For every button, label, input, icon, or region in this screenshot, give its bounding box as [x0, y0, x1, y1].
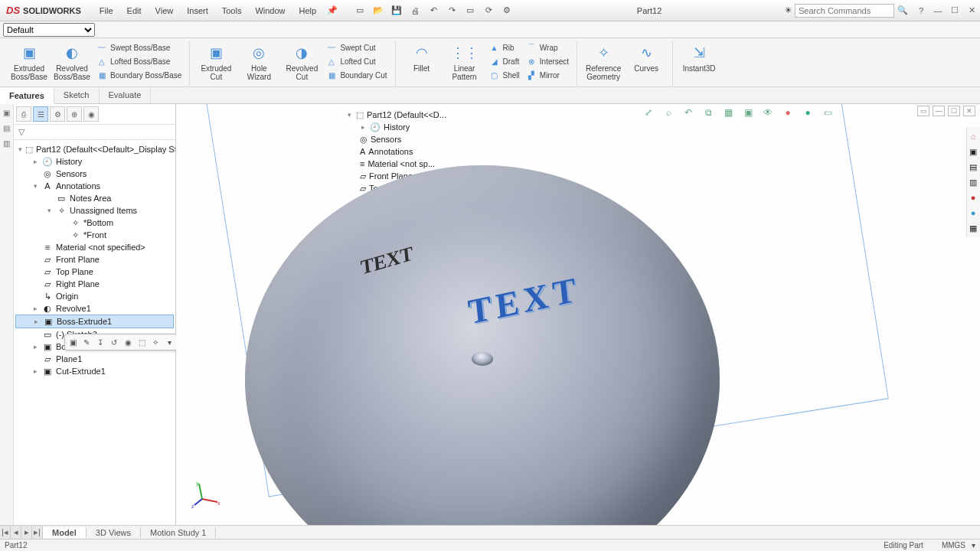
revolved-cut-button[interactable]: ◑Revolved Cut: [280, 41, 323, 83]
search-magnifier-icon[interactable]: 🔍: [897, 5, 908, 15]
fillet-button[interactable]: ◠Fillet: [400, 41, 443, 74]
ctx-icon-7[interactable]: ✧: [149, 336, 162, 348]
tab-sketch[interactable]: Sketch: [54, 87, 100, 103]
tree-root[interactable]: ▾⬚Part12 (Default<<Default>_Display St: [15, 143, 174, 155]
main-area: ▣ ▤ ▥ ⎙ ☰ ⚙ ⊕ ◉ ▽ ▾⬚Part12 (Default<<Def…: [0, 104, 980, 525]
draft-button[interactable]: ◢Draft: [486, 55, 523, 67]
fm-dimxpert-icon[interactable]: ⊕: [67, 106, 82, 122]
lofted-cut-button[interactable]: △Lofted Cut: [323, 55, 390, 67]
tree-notes-area[interactable]: ▭Notes Area: [15, 192, 174, 204]
boundary-cut-icon: ▦: [326, 70, 337, 80]
taskpane-icon-2[interactable]: ▤: [2, 122, 12, 133]
help-icon[interactable]: ?: [913, 6, 929, 15]
ctx-icon-5[interactable]: ◉: [122, 336, 134, 348]
lofted-boss-button[interactable]: △Lofted Boss/Base: [93, 55, 185, 67]
save-icon[interactable]: 💾: [390, 4, 403, 18]
pin-icon[interactable]: 📌: [322, 5, 342, 15]
command-tabs: Features Sketch Evaluate: [0, 87, 980, 104]
status-units[interactable]: MMGS: [942, 541, 965, 549]
tree-top-plane[interactable]: ▱Top Plane: [15, 266, 174, 278]
mirror-label: Mirror: [540, 71, 560, 80]
options-icon[interactable]: ⚙: [500, 4, 514, 18]
redo-icon[interactable]: ↷: [445, 4, 459, 18]
undo-icon[interactable]: ↶: [426, 4, 440, 18]
tab-nav-next[interactable]: ▸: [21, 526, 32, 539]
ctx-icon-3[interactable]: ↧: [94, 336, 106, 348]
maximize-icon[interactable]: ☐: [946, 5, 963, 15]
tab-features[interactable]: Features: [0, 88, 54, 104]
tab-3d-views[interactable]: 3D Views: [87, 527, 141, 538]
print-icon[interactable]: 🖨: [408, 4, 422, 18]
curves-button[interactable]: ∿Curves: [625, 41, 668, 74]
search-input[interactable]: [795, 4, 894, 18]
menu-insert[interactable]: Insert: [181, 3, 214, 18]
menu-edit[interactable]: Edit: [121, 3, 148, 18]
tree-cut-extrude1[interactable]: ▸▣Cut-Extrude1: [15, 365, 174, 377]
tab-model[interactable]: Model: [43, 527, 87, 538]
intersect-button[interactable]: ⊗Intersect: [523, 55, 572, 67]
mirror-button[interactable]: ▞Mirror: [523, 69, 572, 81]
wrap-button[interactable]: ⌒Wrap: [523, 41, 572, 54]
tab-evaluate[interactable]: Evaluate: [100, 87, 152, 103]
rebuild-icon[interactable]: ⟳: [482, 4, 495, 18]
fm-property-icon[interactable]: ☰: [33, 106, 48, 122]
linear-pattern-button[interactable]: ⋮⋮Linear Pattern: [443, 41, 486, 83]
ctx-icon-8[interactable]: ▾: [163, 336, 175, 348]
search-star-icon[interactable]: ✳: [785, 5, 792, 15]
tree-right-plane[interactable]: ▱Right Plane: [15, 278, 174, 290]
fm-config-icon[interactable]: ⚙: [50, 106, 65, 122]
menu-tools[interactable]: Tools: [216, 3, 248, 18]
menu-file[interactable]: File: [93, 3, 119, 18]
graphics-viewport[interactable]: ⤢ ⌕ ↶ ⧉ ▦ ▣ 👁 ● ● ▭ ▭ — ☐ ✕ ⌂ ▣ ▤ ▥ ● ● …: [176, 104, 980, 525]
menu-window[interactable]: Window: [249, 3, 291, 18]
extruded-cut-button[interactable]: ▣Extruded Cut: [194, 41, 237, 83]
status-dropdown-icon[interactable]: ▾: [972, 541, 975, 549]
feature-tree[interactable]: ▾⬚Part12 (Default<<Default>_Display St ▸…: [14, 140, 175, 525]
tree-history[interactable]: ▸🕘History: [15, 155, 174, 168]
minimize-icon[interactable]: —: [929, 6, 946, 15]
rib-button[interactable]: ▲Rib: [486, 41, 523, 54]
ctx-icon-4[interactable]: ↺: [108, 336, 120, 348]
boundary-boss-button[interactable]: ▦Boundary Boss/Base: [93, 69, 185, 81]
boundary-cut-button[interactable]: ▦Boundary Cut: [323, 69, 390, 81]
taskpane-icon-3[interactable]: ▥: [2, 138, 12, 148]
view-triad[interactable]: x y z: [191, 479, 222, 510]
swept-boss-button[interactable]: 〰Swept Boss/Base: [93, 41, 185, 54]
ctx-icon-2[interactable]: ✎: [80, 336, 93, 348]
fm-display-icon[interactable]: ◉: [83, 106, 99, 122]
tree-front-plane[interactable]: ▱Front Plane: [15, 253, 174, 266]
menu-help[interactable]: Help: [293, 3, 323, 18]
tree-bottom-view[interactable]: ✧*Bottom: [15, 217, 174, 229]
filter-icon[interactable]: ▽: [18, 127, 24, 137]
tree-annotations[interactable]: ▾AAnnotations: [15, 180, 174, 192]
taskpane-icon-1[interactable]: ▣: [2, 107, 12, 118]
ctx-icon-1[interactable]: ▣: [67, 336, 79, 348]
instant3d-button[interactable]: ⇲Instant3D: [678, 41, 720, 74]
config-select[interactable]: Default: [3, 23, 95, 37]
tree-revolve1[interactable]: ▸◐Revolve1: [15, 302, 174, 315]
hole-wizard-button[interactable]: ◎Hole Wizard: [237, 41, 280, 83]
tab-nav-first[interactable]: |◂: [0, 526, 11, 539]
tree-origin[interactable]: ↳Origin: [15, 290, 174, 302]
fm-tree-icon[interactable]: ⎙: [16, 106, 31, 122]
extruded-boss-button[interactable]: ▣Extruded Boss/Base: [8, 41, 51, 83]
menu-view[interactable]: View: [149, 3, 180, 18]
revolved-boss-button[interactable]: ◐Revolved Boss/Base: [51, 41, 93, 83]
tab-motion-study[interactable]: Motion Study 1: [141, 527, 216, 538]
tree-material[interactable]: ≡Material <not specified>: [15, 241, 174, 253]
tree-front-view[interactable]: ✧*Front: [15, 229, 174, 241]
close-icon[interactable]: ✕: [963, 5, 980, 15]
tree-boss-extrude1[interactable]: ▸▣Boss-Extrude1: [15, 315, 174, 328]
tree-unassigned[interactable]: ▾✧Unassigned Items: [15, 204, 174, 217]
swept-cut-button[interactable]: 〰Swept Cut: [323, 41, 390, 54]
tab-nav-last[interactable]: ▸|: [32, 526, 43, 539]
shell-button[interactable]: ▢Shell: [486, 69, 523, 81]
select-icon[interactable]: ▭: [463, 4, 477, 18]
ctx-icon-6[interactable]: ⬚: [136, 336, 148, 348]
open-icon[interactable]: 📂: [371, 4, 385, 18]
tab-nav-prev[interactable]: ◂: [11, 526, 21, 539]
new-icon[interactable]: ▭: [353, 4, 367, 18]
tree-sensors[interactable]: ◎Sensors: [15, 168, 174, 180]
ref-geometry-button[interactable]: ✧Reference Geometry: [582, 41, 625, 83]
tree-plane1[interactable]: ▱Plane1: [15, 353, 174, 365]
